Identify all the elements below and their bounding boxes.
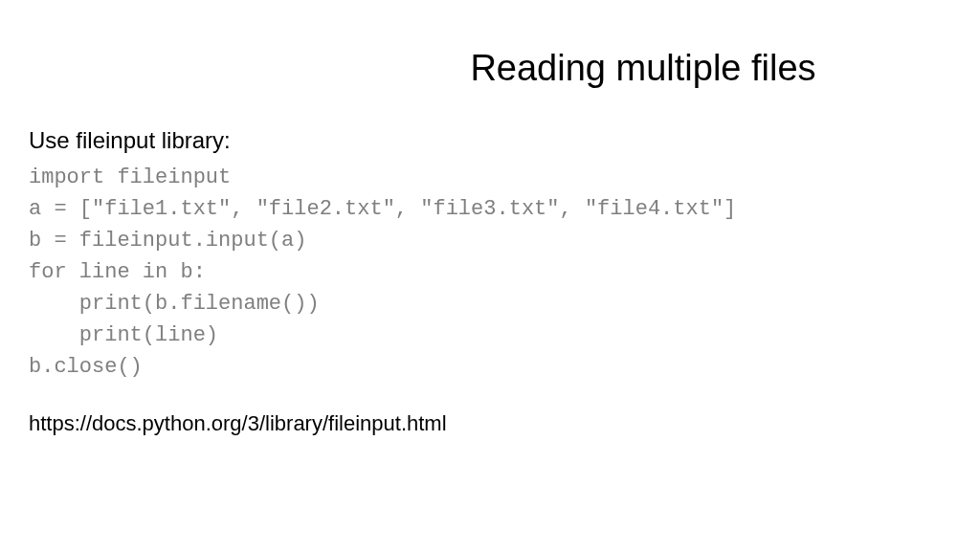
code-block: import fileinput a = ["file1.txt", "file… [29,162,951,383]
code-line: for line in b: [29,260,206,284]
reference-link: https://docs.python.org/3/library/filein… [29,411,951,436]
slide-container: Reading multiple files Use fileinput lib… [0,0,980,551]
subtitle: Use fileinput library: [29,127,951,154]
code-line: import fileinput [29,165,231,189]
code-line: b.close() [29,355,143,379]
code-line: a = ["file1.txt", "file2.txt", "file3.tx… [29,197,736,221]
slide-content: Use fileinput library: import fileinput … [29,127,951,436]
code-line: print(b.filename()) [29,292,320,316]
code-line: print(line) [29,323,218,347]
code-line: b = fileinput.input(a) [29,229,306,253]
slide-title: Reading multiple files [392,48,894,89]
